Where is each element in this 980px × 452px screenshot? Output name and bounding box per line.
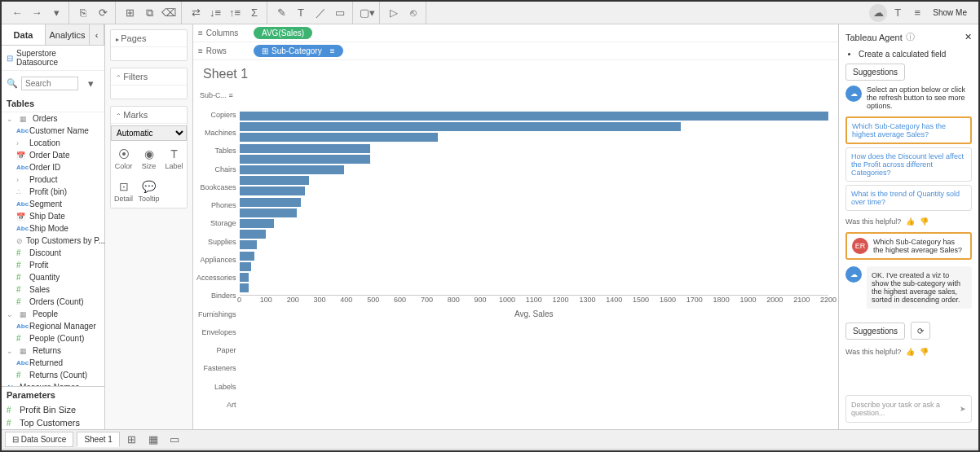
send-icon[interactable]: ➤	[960, 405, 966, 413]
tree-field[interactable]: #Quantity	[2, 271, 104, 283]
new-sheet-icon[interactable]: ⊞	[121, 4, 139, 22]
search-input[interactable]	[21, 77, 78, 90]
highlight-icon[interactable]: ✎	[272, 4, 290, 22]
bar[interactable]	[240, 283, 249, 292]
new-story-icon[interactable]: ▭	[166, 431, 183, 449]
agent-input[interactable]: Describe your task or ask a question... …	[845, 395, 972, 423]
new-datasource-icon[interactable]: ⎘	[74, 4, 92, 22]
tree-field[interactable]: #Orders (Count)	[2, 296, 104, 308]
sheet-title[interactable]: Sheet 1	[193, 60, 838, 88]
mark-detail-button[interactable]: ⊡Detail	[111, 175, 136, 208]
tree-field[interactable]: #Profit	[2, 259, 104, 271]
tree-field[interactable]: #People (Count)	[2, 332, 104, 344]
rows-pill[interactable]: ⊞Sub-Category≡	[254, 45, 343, 57]
format-icon[interactable]: T	[889, 4, 907, 22]
tree-field[interactable]: AbcOrder ID	[2, 161, 104, 173]
show-me-button[interactable]: Show Me	[928, 8, 972, 17]
info-icon[interactable]: ⓘ	[906, 31, 915, 43]
bar[interactable]	[240, 240, 257, 249]
thumbs-up-icon[interactable]: 👍	[906, 217, 915, 226]
tree-field[interactable]: AbcSegment	[2, 198, 104, 210]
tree-folder[interactable]: ⌄▦People	[2, 308, 104, 320]
thumbs-up-icon[interactable]: 👍	[906, 348, 915, 356]
totals-icon[interactable]: Σ	[245, 4, 263, 22]
new-worksheet-icon[interactable]: ⊞	[123, 431, 141, 449]
refresh-icon[interactable]: ⟳	[94, 4, 112, 22]
duplicate-icon[interactable]: ⧉	[140, 4, 158, 22]
mark-color-button[interactable]: ⦿Color	[111, 143, 136, 175]
swap-icon[interactable]: ⇄	[187, 4, 205, 22]
tree-field[interactable]: AbcRegional Manager	[2, 320, 104, 332]
bar[interactable]	[240, 187, 305, 195]
tree-field[interactable]: ›Location	[2, 137, 104, 149]
line-icon[interactable]: ／	[311, 4, 329, 22]
border-icon[interactable]: ▭	[331, 4, 349, 22]
tree-field[interactable]: ∴Profit (bin)	[2, 186, 104, 198]
search-dropdown-icon[interactable]: ▾	[82, 74, 99, 92]
bar[interactable]	[240, 252, 254, 261]
datasource-row[interactable]: ⊟ Superstore Datasource	[2, 46, 104, 71]
agent-icon[interactable]: ☁	[869, 4, 887, 22]
bar[interactable]	[240, 155, 371, 164]
columns-pill[interactable]: AVG(Sales)	[254, 27, 312, 39]
tree-field[interactable]: #Discount	[2, 247, 104, 259]
share-icon[interactable]: ⎋	[404, 4, 422, 22]
tree-field[interactable]: #Sales	[2, 283, 104, 296]
bar[interactable]	[240, 262, 252, 271]
rows-shelf[interactable]: ≡Rows ⊞Sub-Category≡	[193, 42, 838, 60]
mark-size-button[interactable]: ◉Size	[136, 143, 161, 175]
suggestion-card-1[interactable]: Which Sub-Category has the highest avera…	[845, 116, 972, 144]
bar[interactable]	[240, 122, 682, 131]
bar[interactable]	[240, 208, 298, 217]
sort-asc-icon[interactable]: ↓≡	[206, 4, 224, 22]
bar[interactable]	[240, 133, 438, 142]
filters-shelf[interactable]: Filters	[110, 68, 188, 99]
columns-shelf[interactable]: ≡Columns AVG(Sales)	[193, 24, 838, 42]
save-icon[interactable]: ▾	[47, 4, 65, 22]
tree-field[interactable]: AbcShip Mode	[2, 222, 104, 235]
new-dashboard-icon[interactable]: ▦	[144, 431, 162, 449]
tree-field[interactable]: AbcReturned	[2, 357, 104, 369]
suggestions-button[interactable]: Suggestions	[845, 64, 905, 81]
tree-folder[interactable]: ⌄▦Returns	[2, 344, 104, 357]
text-icon[interactable]: T	[292, 4, 310, 22]
bar[interactable]	[240, 176, 309, 185]
close-icon[interactable]: ✕	[965, 32, 972, 42]
mark-label-button[interactable]: TLabel	[161, 143, 187, 175]
forward-icon[interactable]: →	[28, 4, 46, 22]
tree-field[interactable]: #Returns (Count)	[2, 369, 104, 381]
guide-icon[interactable]: ≡	[908, 4, 926, 22]
tree-field[interactable]: ›Product	[2, 173, 104, 186]
bar[interactable]	[240, 112, 828, 121]
tab-data[interactable]: Data	[2, 24, 46, 45]
tree-field[interactable]: 📅Order Date	[2, 149, 104, 161]
refresh-suggestions-icon[interactable]: ⟳	[911, 322, 930, 340]
bar[interactable]	[240, 144, 371, 153]
fit-icon[interactable]: ▢▾	[358, 4, 376, 22]
tree-field[interactable]: #Top Customers	[2, 416, 104, 429]
mark-tooltip-button[interactable]: 💬Tooltip	[136, 175, 161, 208]
thumbs-down-icon[interactable]: 👎	[920, 217, 929, 226]
bar[interactable]	[240, 219, 275, 228]
sort-desc-icon[interactable]: ↑≡	[226, 4, 244, 22]
clear-icon[interactable]: ⌫	[160, 4, 178, 22]
mark-type-select[interactable]: Automatic	[111, 125, 187, 141]
suggestion-card-3[interactable]: What is the trend of Quantity sold over …	[845, 185, 972, 211]
tree-field[interactable]: 📅Ship Date	[2, 210, 104, 222]
back-icon[interactable]: ←	[8, 4, 26, 22]
bar[interactable]	[240, 165, 344, 174]
tab-data-source[interactable]: ⊟ Data Source	[5, 432, 73, 447]
bar[interactable]	[240, 273, 249, 282]
tab-analytics[interactable]: Analytics	[46, 24, 90, 45]
pages-shelf[interactable]: Pages	[110, 29, 188, 61]
suggestions-button-2[interactable]: Suggestions	[845, 323, 905, 340]
thumbs-down-icon[interactable]: 👎	[920, 348, 929, 356]
bar[interactable]	[240, 230, 267, 239]
bar[interactable]	[240, 198, 302, 207]
tree-field[interactable]: AbcCustomer Name	[2, 125, 104, 137]
present-icon[interactable]: ▷	[385, 4, 403, 22]
tree-field[interactable]: #Profit Bin Size	[2, 403, 104, 416]
tree-field[interactable]: ⊘Top Customers by P...	[2, 235, 104, 247]
tab-sheet-1[interactable]: Sheet 1	[77, 432, 119, 447]
tab-collapse-icon[interactable]: ‹	[90, 24, 104, 45]
